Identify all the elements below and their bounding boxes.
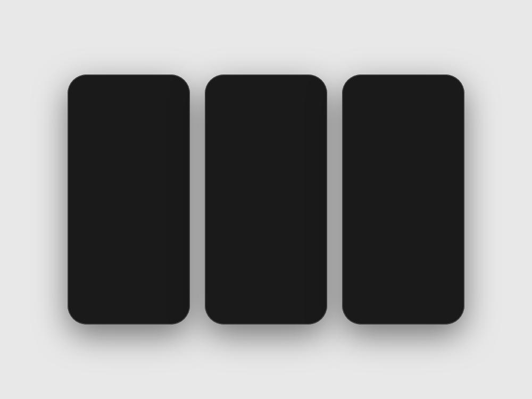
nav-home-1[interactable]: ⌂ Home bbox=[72, 302, 90, 316]
post-more-2[interactable]: ··· bbox=[311, 209, 318, 219]
messenger-button-1[interactable]: 💬 bbox=[167, 91, 180, 105]
nav-watch-3[interactable]: ▶ Watch bbox=[365, 302, 384, 316]
room-button-1[interactable]: 🎙 Room bbox=[105, 130, 135, 143]
nav-groups-icon-1: 👥 bbox=[132, 302, 143, 312]
photo-icon-1[interactable]: 🖼 bbox=[169, 112, 180, 122]
post-input-1[interactable]: What's on your mind? bbox=[95, 112, 165, 123]
comment-icon-3: 💬 bbox=[389, 257, 395, 263]
nav-feeds-1[interactable]: ☷ Feeds bbox=[109, 302, 128, 316]
nav-watch-2[interactable]: ▶ Watch bbox=[228, 302, 246, 316]
post-bar-2[interactable]: What's on your mind? 🖼 bbox=[209, 107, 323, 127]
nav-home-2[interactable]: ⌂ Home bbox=[209, 302, 228, 316]
reel-button-2[interactable]: 🎬 Reel bbox=[212, 130, 239, 143]
tab-pages-3[interactable]: Pages bbox=[445, 107, 460, 120]
nav-feeds-3[interactable]: ☷ Feeds bbox=[384, 302, 402, 316]
first-post-more-3[interactable]: ··· bbox=[448, 127, 455, 136]
nav-home-icon-3: ⌂ bbox=[353, 302, 359, 311]
tab-all-3[interactable]: All bbox=[350, 107, 364, 120]
tab-groups-3[interactable]: Groups bbox=[420, 107, 445, 120]
story-itai-2[interactable]: Itai Jordaan bbox=[243, 150, 269, 198]
story-sanna-1[interactable]: Sanna Madsen bbox=[135, 150, 161, 198]
post-more-1[interactable]: ··· bbox=[173, 209, 180, 219]
group-button-1[interactable]: 👥 Group bbox=[138, 130, 169, 143]
feeds-search-button-3[interactable]: 🔍 bbox=[441, 91, 455, 105]
story-eitan-1[interactable]: Eitan Yama bbox=[164, 150, 186, 198]
post-input-2[interactable]: What's on your mind? bbox=[232, 112, 302, 123]
share-button-3[interactable]: ↗ Share bbox=[421, 255, 458, 265]
tab-friends-3[interactable]: Friends bbox=[394, 107, 420, 120]
room-icon-2: 🎙 bbox=[246, 133, 253, 140]
comment-button-3[interactable]: 💬 Comment bbox=[385, 255, 422, 265]
live-icon-2: 📹 bbox=[313, 133, 321, 140]
post-card-1: Cassandra Taylor 8h · 🌐 ··· bbox=[72, 202, 186, 286]
story-sanna-2[interactable]: Sanna Madsen bbox=[272, 150, 298, 198]
nav-home-3[interactable]: ⌂ Home bbox=[346, 302, 365, 316]
nav-more-icon-2: ☰ bbox=[310, 302, 317, 312]
nav-groups-3[interactable]: 👥 Groups bbox=[403, 302, 421, 316]
story-create-2[interactable]: + Create a Story bbox=[213, 150, 240, 198]
user-avatar-1 bbox=[77, 110, 91, 124]
live-button-1[interactable]: 📹 Live bbox=[172, 130, 186, 143]
post-author-info-2: Cassandra Taylor 8h · 🌐 bbox=[234, 209, 307, 219]
battery-icon-3: ▐ bbox=[450, 82, 453, 88]
phone-1: 9:41 ▌▌▌ ∿ ▐ facebook 🔍 💬 What's on your… bbox=[68, 74, 190, 325]
fb-logo-1: facebook bbox=[77, 92, 122, 104]
tab-favorites-3[interactable]: Favorites bbox=[364, 107, 394, 120]
story-plus-icon-2: + bbox=[221, 171, 232, 183]
nav-more-1[interactable]: ☰ More bbox=[167, 302, 186, 316]
nav-notif-1[interactable]: 🔔 Notifications bbox=[147, 302, 167, 316]
nav-watch-1[interactable]: ▶ Watch bbox=[90, 302, 109, 316]
reactions-left-3: 😍❤️👍 120 bbox=[352, 247, 376, 252]
quick-actions-1: 🎬 Reel 🎙 Room 👥 Group 📹 Live bbox=[72, 127, 186, 147]
group-icon-2: 👥 bbox=[279, 133, 287, 140]
story-eitan-2[interactable]: Eitan Yama bbox=[301, 150, 323, 198]
nav-bar-2: ⌂ Home ▶ Watch ☷ Feeds 👥 Groups 🔔 No bbox=[209, 299, 323, 320]
phone-1-screen: 9:41 ▌▌▌ ∿ ▐ facebook 🔍 💬 What's on your… bbox=[72, 79, 186, 320]
comment-label-3: Comment bbox=[396, 257, 417, 263]
nav-indicator-2 bbox=[211, 302, 226, 303]
reel-button-1[interactable]: 🎬 Reel bbox=[75, 130, 102, 143]
feeds-header-3: Feeds 🔍 bbox=[346, 89, 460, 107]
like-button-3[interactable]: 👍 Like bbox=[348, 255, 385, 265]
nav-notif-2[interactable]: 🔔 Notifications bbox=[284, 302, 304, 316]
battery-icon-2: ▐ bbox=[312, 82, 315, 88]
group-button-2[interactable]: 👥 Group bbox=[276, 130, 306, 143]
stories-row-1: + Create a Story Itai Jordaan bbox=[72, 147, 186, 202]
nav-notif-label-1: Notifications bbox=[147, 312, 167, 316]
post-header-2: Cassandra Taylor 8h · 🌐 ··· bbox=[209, 202, 323, 224]
nav-bar-1: ⌂ Home ▶ Watch ☷ Feeds 👥 Groups 🔔 No bbox=[72, 299, 186, 320]
search-button-1[interactable]: 🔍 bbox=[148, 91, 162, 105]
feeds-title-3: Feeds bbox=[352, 93, 379, 104]
wifi-icon-2: ∿ bbox=[306, 82, 311, 88]
post-author-name-2: Cassandra Taylor bbox=[234, 209, 307, 214]
status-icons-3: ▌▌▌ ∿ ▐ bbox=[431, 82, 453, 88]
nav-notif-3[interactable]: 🔔 Notifications bbox=[421, 302, 442, 316]
second-post-more-3[interactable]: ··· bbox=[448, 279, 455, 287]
story-itai-thumb-2 bbox=[243, 150, 269, 187]
nav-home-icon-2: ⌂ bbox=[216, 302, 221, 311]
story-sanna-thumb-1 bbox=[135, 150, 161, 187]
room-button-2[interactable]: 🎙 Room bbox=[242, 130, 272, 143]
search-button-2[interactable]: 🔍 bbox=[286, 91, 300, 105]
nav-groups-2[interactable]: 👥 Groups bbox=[265, 302, 284, 316]
nav-groups-1[interactable]: 👥 Groups bbox=[128, 302, 147, 316]
coffee-svg-3 bbox=[346, 176, 460, 245]
photo-icon-2[interactable]: 🖼 bbox=[306, 112, 318, 122]
reaction-count-3: 120 bbox=[369, 247, 376, 252]
nav-groups-label-1: Groups bbox=[131, 312, 144, 316]
nav-feeds-2[interactable]: ☷ Feeds bbox=[246, 302, 265, 316]
reaction-emojis-3: 😍❤️👍 bbox=[352, 247, 368, 252]
nav-notif-icon-3: 🔔 bbox=[426, 302, 437, 312]
nav-more-2[interactable]: ☰ More bbox=[304, 302, 323, 316]
post-bar-1[interactable]: What's on your mind? 🖼 bbox=[72, 107, 186, 127]
feeds-tooltip-3[interactable]: You're seeing the latest posts from all … bbox=[351, 140, 456, 162]
story-create-1[interactable]: + Create a Story bbox=[76, 150, 103, 198]
group-icon-1: 👥 bbox=[142, 133, 149, 140]
story-create-label-2: Create a Story bbox=[213, 189, 240, 198]
story-eitan-avatar-1 bbox=[166, 152, 176, 162]
story-itai-1[interactable]: Itai Jordaan bbox=[105, 150, 132, 198]
nav-more-3[interactable]: ☰ More bbox=[442, 302, 460, 316]
story-create-label-1: Create a Story bbox=[76, 189, 103, 198]
live-button-2[interactable]: 📹 Live bbox=[310, 130, 323, 143]
messenger-button-2[interactable]: 💬 bbox=[304, 91, 318, 105]
